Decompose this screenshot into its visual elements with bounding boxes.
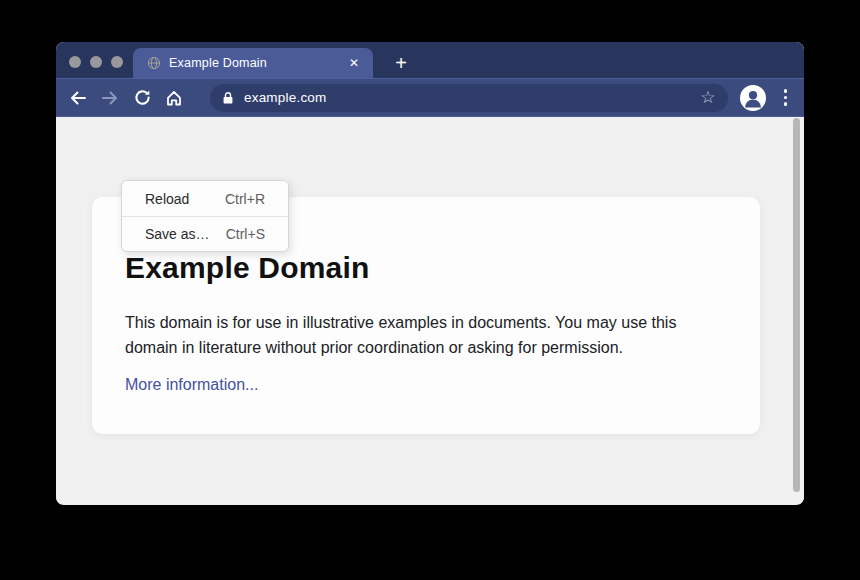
dot — [784, 89, 788, 93]
browser-tab-example-domain[interactable]: Example Domain ✕ — [133, 48, 373, 78]
title-bar: Example Domain ✕ + — [56, 42, 804, 78]
tab-close-icon[interactable]: ✕ — [345, 54, 363, 72]
window-close-button[interactable] — [69, 56, 81, 68]
window-zoom-button[interactable] — [111, 56, 123, 68]
new-tab-button[interactable]: + — [386, 48, 416, 78]
more-information-link[interactable]: More information... — [125, 376, 258, 394]
reload-icon — [133, 88, 152, 107]
url-text[interactable]: example.com — [244, 90, 698, 105]
browser-toolbar: example.com ☆ — [56, 78, 804, 117]
browser-menu-button[interactable] — [782, 87, 790, 108]
back-button[interactable] — [68, 88, 88, 108]
browser-window: Example Domain ✕ + — [56, 42, 804, 505]
context-menu-item-save-as[interactable]: Save as… Ctrl+S — [122, 216, 288, 251]
window-controls — [69, 56, 123, 68]
arrow-right-icon — [100, 88, 120, 108]
menu-item-shortcut: Ctrl+R — [225, 191, 265, 207]
reload-button[interactable] — [132, 88, 152, 108]
menu-item-label: Save as… — [145, 226, 210, 242]
profile-avatar-button[interactable] — [740, 85, 766, 111]
dot — [784, 96, 788, 100]
home-icon — [164, 88, 184, 108]
vertical-scrollbar[interactable] — [793, 118, 800, 492]
context-menu: Reload Ctrl+R Save as… Ctrl+S — [121, 180, 289, 252]
page-paragraph: This domain is for use in illustrative e… — [125, 310, 710, 360]
dot — [784, 102, 788, 106]
page-viewport: Example Domain This domain is for use in… — [56, 117, 804, 504]
person-icon — [740, 85, 766, 111]
tab-title: Example Domain — [169, 56, 345, 70]
tab-favicon-globe-icon — [147, 56, 161, 70]
address-bar[interactable]: example.com ☆ — [210, 84, 728, 112]
bookmark-star-icon[interactable]: ☆ — [698, 89, 717, 106]
menu-item-shortcut: Ctrl+S — [226, 226, 265, 242]
forward-button[interactable] — [100, 88, 120, 108]
home-button[interactable] — [164, 88, 184, 108]
context-menu-item-reload[interactable]: Reload Ctrl+R — [122, 181, 288, 216]
window-minimize-button[interactable] — [90, 56, 102, 68]
page-title: Example Domain — [125, 251, 727, 285]
lock-icon[interactable] — [222, 91, 234, 105]
menu-item-label: Reload — [145, 191, 189, 207]
arrow-left-icon — [68, 88, 88, 108]
